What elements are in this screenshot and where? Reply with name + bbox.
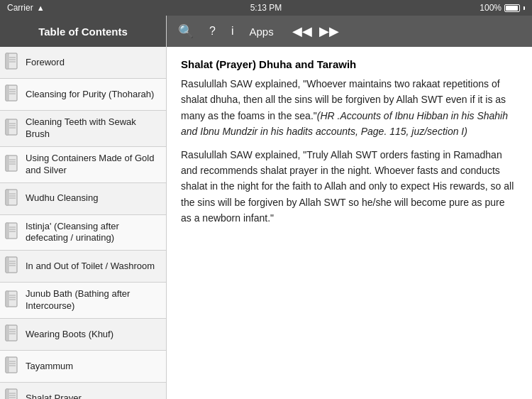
svg-rect-41 xyxy=(6,325,9,341)
sidebar-list: Foreword Cleansing for Purity (Thoharah)… xyxy=(0,47,166,399)
sidebar-item-label: Wudhu Cleansing xyxy=(26,192,98,204)
toolbar-nav: ◀◀ ▶▶ xyxy=(289,22,342,40)
sidebar-item[interactable]: In and Out of Toilet / Washroom xyxy=(0,251,166,283)
sidebar-item-label: In and Out of Toilet / Washroom xyxy=(26,261,155,273)
next-button[interactable]: ▶▶ xyxy=(316,22,342,40)
svg-rect-1 xyxy=(6,53,9,69)
book-icon xyxy=(4,119,20,138)
book-icon xyxy=(4,290,20,310)
svg-rect-51 xyxy=(6,389,9,399)
battery-percent: 100% xyxy=(480,3,501,13)
carrier-label: Carrier xyxy=(7,3,33,13)
book-icon xyxy=(4,222,20,242)
sidebar-item-label: Cleaning Teeth with Sewak Brush xyxy=(26,116,160,141)
sidebar-item[interactable]: Foreword xyxy=(0,47,166,79)
sidebar-item-label: Shalat Prayer xyxy=(26,393,82,399)
search-icon[interactable]: 🔍 xyxy=(175,21,196,42)
sidebar-item[interactable]: Wearing Boots (Khuf) xyxy=(0,319,166,351)
sidebar-header: Table of Contents xyxy=(0,16,166,47)
sidebar-item-label: Junub Bath (Bathing after Intercourse) xyxy=(26,288,160,312)
content-toolbar: 🔍 ? i Apps ◀◀ ▶▶ xyxy=(167,16,532,47)
status-bar: Carrier ▲ 5:13 PM 100% xyxy=(0,0,532,16)
book-icon xyxy=(4,324,20,344)
battery-icon xyxy=(504,4,520,12)
sidebar-item-label: Using Containers Made of Gold and Silver xyxy=(26,153,160,177)
svg-rect-46 xyxy=(6,357,9,373)
content-area: 🔍 ? i Apps ◀◀ ▶▶ Shalat (Prayer) Dhuha a… xyxy=(167,16,532,399)
status-right: 100% xyxy=(480,3,525,13)
sidebar-item[interactable]: Shalat Prayer xyxy=(0,383,166,399)
sidebar-item[interactable]: Junub Bath (Bathing after Intercourse) xyxy=(0,283,166,319)
sidebar-item-label: Foreword xyxy=(26,57,65,69)
sidebar-item-label: Cleansing for Purity (Thoharah) xyxy=(26,89,154,101)
sidebar-item[interactable]: Cleansing for Purity (Thoharah) xyxy=(0,79,166,111)
book-icon xyxy=(4,388,20,399)
sidebar: Table of Contents Foreword Cleansing for… xyxy=(0,16,167,399)
sidebar-item-label: Wearing Boots (Khuf) xyxy=(26,329,113,341)
book-icon xyxy=(4,53,20,72)
sidebar-item[interactable]: Istinja' (Cleansing after defecating / u… xyxy=(0,215,166,251)
content-body: Shalat (Prayer) Dhuha and Tarawih Rasulu… xyxy=(167,47,532,399)
content-paragraph: Rasulullah SAW explained, "Truly Allah S… xyxy=(181,147,518,226)
status-time: 5:13 PM xyxy=(250,3,282,13)
book-icon xyxy=(4,155,20,175)
content-paragraph: Rasulullah SAW explained, "Whoever maint… xyxy=(181,76,518,140)
book-icon xyxy=(4,84,20,104)
sidebar-title: Table of Contents xyxy=(38,26,128,38)
sidebar-item[interactable]: Cleaning Teeth with Sewak Brush xyxy=(0,111,166,147)
svg-rect-36 xyxy=(6,291,9,307)
battery-tip xyxy=(523,6,525,10)
book-icon xyxy=(4,356,20,376)
sidebar-item[interactable]: Tayammum xyxy=(0,351,166,383)
book-icon xyxy=(4,189,20,209)
svg-rect-31 xyxy=(6,257,9,273)
content-text: Rasulullah SAW explained, "Whoever maint… xyxy=(181,76,518,226)
svg-rect-11 xyxy=(6,119,9,135)
svg-rect-6 xyxy=(6,85,9,101)
main-layout: Table of Contents Foreword Cleansing for… xyxy=(0,16,532,399)
info-icon[interactable]: i xyxy=(228,22,237,40)
sidebar-item-label: Istinja' (Cleansing after defecating / u… xyxy=(26,221,160,245)
apps-button[interactable]: Apps xyxy=(246,23,276,40)
status-left: Carrier ▲ xyxy=(7,3,45,13)
wifi-icon: ▲ xyxy=(37,4,45,12)
sidebar-item[interactable]: Wudhu Cleansing xyxy=(0,183,166,215)
help-icon[interactable]: ? xyxy=(206,22,218,40)
content-title: Shalat (Prayer) Dhuha and Tarawih xyxy=(181,58,518,70)
svg-rect-21 xyxy=(6,190,9,205)
svg-rect-26 xyxy=(6,223,9,239)
book-icon xyxy=(4,256,20,276)
sidebar-item[interactable]: Using Containers Made of Gold and Silver xyxy=(0,147,166,183)
sidebar-item-label: Tayammum xyxy=(26,361,73,373)
prev-button[interactable]: ◀◀ xyxy=(289,22,315,40)
svg-rect-16 xyxy=(6,155,9,171)
